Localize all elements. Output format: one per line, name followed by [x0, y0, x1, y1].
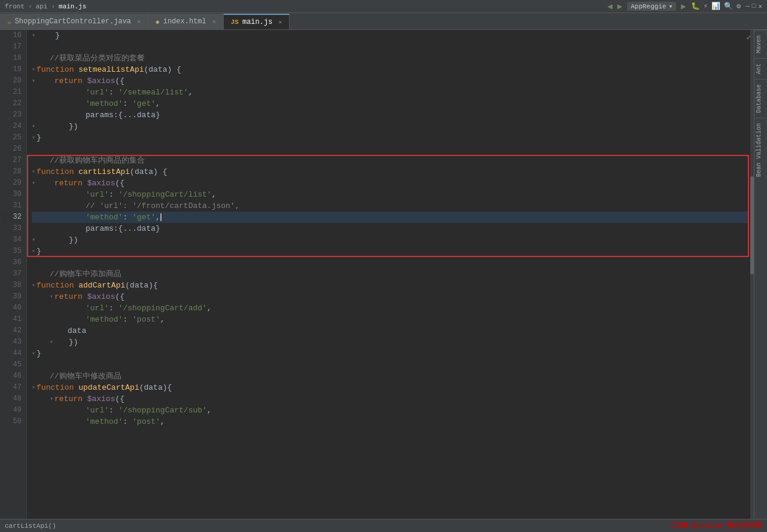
ln-48: 48	[2, 393, 22, 405]
fold-icon-16[interactable]: ▾	[32, 30, 35, 41]
fn-updatecart-47: updateCartApi	[78, 382, 139, 393]
app-reggie-selector[interactable]: AppReggie ▾	[627, 2, 676, 11]
tab-label: main.js	[242, 18, 272, 26]
code-line-32: 'method' : 'get' ,	[32, 212, 749, 223]
code-line-25: ▾ }	[32, 132, 749, 143]
fold-icon-48[interactable]: ▾	[50, 393, 53, 405]
maximize-icon[interactable]: □	[752, 2, 756, 10]
ln-36: 36	[2, 257, 22, 268]
nav-back-icon[interactable]: ◀	[607, 1, 612, 11]
code-line-17	[32, 41, 749, 53]
tab-close-icon[interactable]: ✕	[137, 18, 141, 25]
ln-22: 22	[2, 98, 22, 109]
line-numbers: 16 17 18 19 20 21 22 23 24 25 26 27 28 2…	[0, 30, 27, 532]
fold-icon-25[interactable]: ▾	[32, 132, 35, 143]
fold-icon-24[interactable]: ▾	[32, 121, 35, 132]
code-line-24: ▾ })	[32, 121, 749, 132]
breadcrumb-front[interactable]: front	[5, 3, 25, 10]
ln-41: 41	[2, 314, 22, 325]
fold-icon-29[interactable]: ▾	[32, 178, 35, 189]
ln-35: 35	[2, 246, 22, 257]
right-sidebar: Maven Ant Database Bean Validation	[754, 30, 767, 532]
code-line-48: ▾ return $axios ({	[32, 393, 749, 405]
debug-icon[interactable]: 🐛	[691, 2, 700, 11]
sidebar-maven[interactable]: Maven	[754, 30, 767, 58]
code-line-20: ▾ return $axios ({	[32, 75, 749, 87]
comment-27: //获取购物车内商品的集合	[50, 155, 145, 166]
ln-42: 42	[2, 325, 22, 337]
code-line-23: params:{...data}	[32, 109, 749, 121]
tab-close-icon[interactable]: ✕	[212, 18, 216, 25]
code-line-43: ▾ })	[32, 337, 749, 348]
fold-icon-34[interactable]: ▾	[32, 234, 35, 246]
nav-forward-icon[interactable]: ▶	[617, 1, 622, 11]
code-line-35: ▾ }	[32, 246, 749, 257]
ln-31: 31	[2, 200, 22, 212]
csdn-badge: CSDN @Leslie 快乐少年郎	[670, 521, 762, 531]
code-line-41: 'method' : 'post' ,	[32, 314, 749, 325]
search-icon[interactable]: 🔍	[724, 2, 733, 11]
sidebar-bean-validation[interactable]: Bean Validation	[754, 118, 767, 182]
ln-49: 49	[2, 405, 22, 416]
ln-24: 24	[2, 121, 22, 132]
fold-icon-35[interactable]: ▾	[32, 246, 35, 257]
code-editor[interactable]: ▾ } //获取菜品分类对应的套餐 ▾ function setmealList…	[27, 30, 754, 532]
ln-33: 33	[2, 223, 22, 234]
coverage-icon[interactable]: ⚡	[704, 2, 708, 11]
code-line-22: 'method' : 'get' ,	[32, 98, 749, 109]
window-controls: — □ ✕	[745, 2, 762, 10]
close-icon[interactable]: ✕	[758, 2, 762, 10]
code-line-42: data	[32, 325, 749, 337]
tab-main-js[interactable]: JS main.js ✕	[224, 14, 290, 29]
code-line-33: params:{...data}	[32, 223, 749, 234]
tab-index-html[interactable]: ◈ index.html ✕	[148, 14, 224, 29]
ln-37: 37	[2, 268, 22, 280]
top-bar: front › api › main.js ◀ ▶ AppReggie ▾ ▶ …	[0, 0, 767, 13]
fold-icon-19[interactable]: ▾	[32, 64, 35, 75]
tab-shopping-cart-controller[interactable]: ☕ ShoppingCartController.java ✕	[0, 14, 148, 29]
breadcrumb-api[interactable]: api	[36, 3, 48, 10]
html-icon: ◈	[156, 18, 160, 26]
ln-21: 21	[2, 87, 22, 98]
ln-50: 50	[2, 416, 22, 427]
ln-23: 23	[2, 109, 22, 121]
code-line-40: 'url' : '/shoppingCart/add' ,	[32, 302, 749, 314]
comment-37: //购物车中添加商品	[50, 268, 121, 280]
comment-31: // 'url': '/front/cartData.json',	[86, 200, 239, 212]
git-branch[interactable]: cartListApi()	[5, 522, 56, 530]
fn-setmeal-19: setmealListApi	[78, 64, 144, 75]
kw-function-28: function	[36, 166, 74, 178]
code-line-38: ▾ function addCartApi (data){	[32, 280, 749, 291]
code-line-37: //购物车中添加商品	[32, 268, 749, 280]
minimize-icon[interactable]: —	[745, 2, 750, 10]
run-button[interactable]: ▶	[681, 1, 686, 11]
ln-25: 25	[2, 132, 22, 143]
toolbar-icons: 🐛 ⚡ 📊 🔍 ⚙	[691, 2, 741, 11]
tab-label: index.html	[163, 17, 206, 26]
fold-icon-28[interactable]: ▾	[32, 166, 35, 178]
tab-close-icon[interactable]: ✕	[278, 19, 282, 26]
status-bar: cartListApi() CSDN @Leslie 快乐少年郎	[0, 519, 767, 532]
code-line-46: //购物车中修改商品	[32, 371, 749, 382]
sidebar-database[interactable]: Database	[754, 79, 767, 118]
settings-icon[interactable]: ⚙	[736, 2, 741, 11]
fold-icon-44[interactable]: ▾	[32, 348, 35, 359]
code-line-47: ▾ function updateCartApi (data){	[32, 382, 749, 393]
code-line-28: ▾ function cartListApi (data) {	[32, 166, 749, 178]
breadcrumb-file[interactable]: main.js	[59, 3, 86, 10]
code-line-31: // 'url': '/front/cartData.json',	[32, 200, 749, 212]
fold-icon-38[interactable]: ▾	[32, 280, 35, 291]
code-line-45	[32, 359, 749, 371]
sidebar-ant[interactable]: Ant	[754, 58, 767, 79]
text-cursor	[160, 213, 162, 221]
fold-icon-47[interactable]: ▾	[32, 382, 35, 393]
code-line-49: 'url' : '/shoppingCart/sub' ,	[32, 405, 749, 416]
chevron-down-icon: ▾	[669, 2, 673, 10]
fold-icon-43[interactable]: ▾	[50, 337, 53, 348]
profile-icon[interactable]: 📊	[711, 2, 720, 11]
fold-icon-39[interactable]: ▾	[50, 291, 53, 302]
app-reggie-label: AppReggie	[631, 3, 666, 10]
ln-46: 46	[2, 371, 22, 382]
ln-19: 19	[2, 64, 22, 75]
fold-icon-20[interactable]: ▾	[32, 75, 35, 87]
